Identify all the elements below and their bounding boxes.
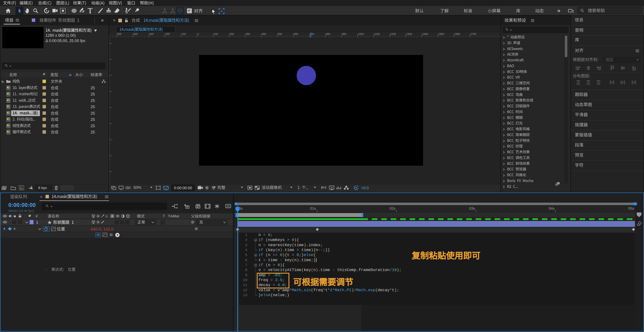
svg-text:fx: fx <box>106 214 108 218</box>
